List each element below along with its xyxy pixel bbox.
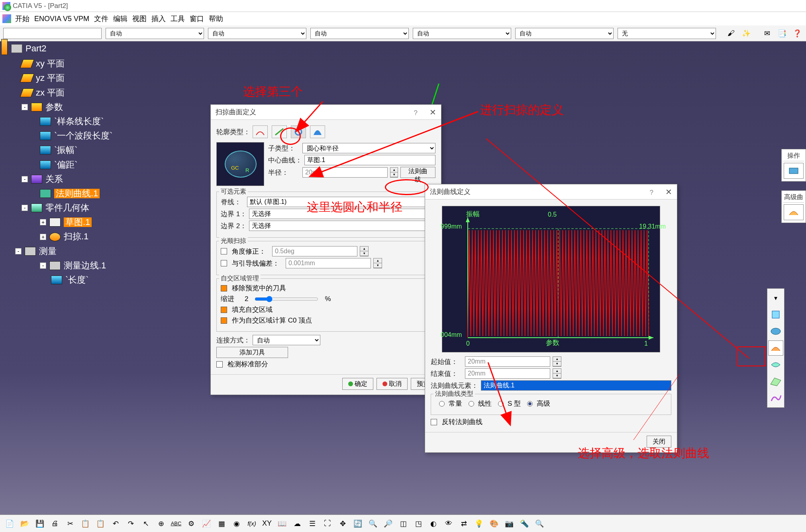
tree-wave-len[interactable]: `一个波段长度` xyxy=(40,131,113,141)
book-icon[interactable]: 📖 xyxy=(277,518,288,529)
close-icon[interactable]: ✕ xyxy=(665,188,672,196)
tree-params[interactable]: -参数 xyxy=(22,102,113,112)
fx-icon[interactable]: f(x) xyxy=(246,518,257,529)
radio-stype[interactable] xyxy=(498,401,504,407)
profile-type-line[interactable] xyxy=(272,125,287,138)
views-icon[interactable]: ◳ xyxy=(413,518,424,529)
gears-icon[interactable]: ⚙ xyxy=(186,518,197,529)
bound1-input[interactable] xyxy=(249,209,431,219)
spec-tree[interactable]: Part2 xy 平面 yz 平面 zx 平面 -参数 `样条线长度` `一个波… xyxy=(11,44,113,289)
collapse-icon[interactable]: - xyxy=(22,176,28,182)
grid-icon[interactable]: ▦ xyxy=(216,518,227,529)
xy-icon[interactable]: XY xyxy=(261,518,273,529)
ok-button[interactable]: 确定 xyxy=(342,378,373,390)
toolbar-select-auto5[interactable]: 自动 xyxy=(515,28,614,39)
help-icon[interactable]: ❓ xyxy=(792,29,803,38)
collapse-icon[interactable]: - xyxy=(40,262,46,269)
detect-std-checkbox[interactable] xyxy=(216,361,223,368)
rotate-icon[interactable]: 🔄 xyxy=(352,518,363,529)
toolbar-select-none[interactable]: 无 xyxy=(618,28,716,39)
redo-icon[interactable]: ↷ xyxy=(125,518,136,529)
collapse-icon[interactable]: - xyxy=(15,248,22,254)
tree-meas-edge[interactable]: -测量边线.1 xyxy=(40,261,113,270)
shrink-slider[interactable] xyxy=(255,296,318,302)
wand-icon[interactable]: ✨ xyxy=(741,29,752,38)
loft-icon[interactable] xyxy=(768,374,783,389)
law-elem-input[interactable] xyxy=(481,380,671,391)
connect-select[interactable]: 自动 xyxy=(253,335,320,345)
tree-amp[interactable]: `振幅` xyxy=(40,145,113,155)
zoomin-icon[interactable]: 🔍 xyxy=(367,518,378,529)
paste-icon[interactable]: 📋 xyxy=(95,518,106,529)
graph-icon[interactable]: 📈 xyxy=(201,518,212,529)
node-icon[interactable]: ◉ xyxy=(231,518,242,529)
profile-type-explicit[interactable] xyxy=(253,125,268,138)
normal-icon[interactable]: ◫ xyxy=(398,518,409,529)
advcurve-icon[interactable] xyxy=(784,204,804,220)
hide-icon[interactable]: 👁 xyxy=(443,518,454,529)
extrude-icon[interactable] xyxy=(768,307,783,322)
pan-icon[interactable]: ✥ xyxy=(337,518,348,529)
tree-spline-len[interactable]: `样条线长度` xyxy=(40,117,113,126)
radio-const[interactable] xyxy=(439,401,445,407)
swap-icon[interactable]: ⇄ xyxy=(458,518,469,529)
brush-icon[interactable]: 🖌 xyxy=(726,29,737,38)
tree-xy-plane[interactable]: xy 平面 xyxy=(22,59,113,68)
angle-corr-input[interactable] xyxy=(272,246,357,256)
cut-icon[interactable]: ✂ xyxy=(65,518,76,529)
shading-icon[interactable]: 🎨 xyxy=(488,518,500,529)
tree-relations[interactable]: -关系 xyxy=(22,174,113,184)
profile-type-conic[interactable] xyxy=(310,125,325,138)
menu-enovia[interactable]: ENOVIA V5 VPM xyxy=(34,15,89,23)
spine-input[interactable] xyxy=(247,197,431,207)
bulb-icon[interactable]: 💡 xyxy=(473,518,484,529)
law-dialog-titlebar[interactable]: 法则曲线定义 ?✕ xyxy=(425,184,677,200)
fill-icon[interactable] xyxy=(768,357,783,372)
compute-c0-checkbox[interactable] xyxy=(221,317,227,324)
undo-icon[interactable]: ↶ xyxy=(110,518,121,529)
profile-type-circle[interactable] xyxy=(291,125,306,138)
copy-icon[interactable]: 📋 xyxy=(80,518,91,529)
sweep-tool-icon[interactable] xyxy=(768,340,783,356)
radius-input[interactable] xyxy=(302,167,388,178)
toolbar-select-auto2[interactable]: 自动 xyxy=(208,28,306,39)
close-button[interactable]: 关闭 xyxy=(647,436,671,448)
tree-measure[interactable]: -测量 xyxy=(15,246,113,256)
revolve-icon[interactable] xyxy=(768,324,783,339)
save-icon[interactable]: 💾 xyxy=(34,518,45,529)
select-icon[interactable]: ↖ xyxy=(140,518,151,529)
cancel-button[interactable]: 取消 xyxy=(377,378,408,390)
guide-dev-checkbox[interactable] xyxy=(221,260,227,266)
radius-spinner[interactable]: ▴▾ xyxy=(390,167,398,178)
magnify-icon[interactable]: 🔍 xyxy=(534,518,545,529)
camera-icon[interactable]: 📷 xyxy=(504,518,515,529)
reverse-checkbox[interactable] xyxy=(431,419,437,425)
menu-help[interactable]: 帮助 xyxy=(209,14,223,23)
tree-law[interactable]: 法则曲线.1 xyxy=(40,189,113,198)
menu-edit[interactable]: 编辑 xyxy=(113,14,127,23)
fit-icon[interactable]: ⛶ xyxy=(322,518,333,529)
tree-offset[interactable]: `偏距` xyxy=(40,160,113,170)
center-icon[interactable]: ⊕ xyxy=(155,518,167,529)
toolbar-input-1[interactable] xyxy=(3,28,102,39)
menu-tools[interactable]: 工具 xyxy=(171,14,185,23)
fill-self-checkbox[interactable] xyxy=(221,307,227,313)
close-icon[interactable]: ✕ xyxy=(429,108,436,117)
tree-sweep[interactable]: +扫掠.1 xyxy=(40,232,113,241)
subtype-select[interactable]: 圆心和半径 xyxy=(302,143,435,153)
guide-dev-input[interactable] xyxy=(286,258,371,268)
left-tool-strip[interactable] xyxy=(1,39,8,55)
tree-root[interactable]: Part2 xyxy=(11,44,113,53)
tree-sketch[interactable]: +草图.1 xyxy=(40,217,113,227)
toolbar-select-auto1[interactable]: 自动 xyxy=(106,28,204,39)
toolbar-select-auto3[interactable]: 自动 xyxy=(310,28,409,39)
open-icon[interactable]: 📂 xyxy=(19,518,30,529)
menu-file[interactable]: 文件 xyxy=(94,14,108,23)
compass-icon[interactable] xyxy=(4,4,11,11)
end-input[interactable] xyxy=(465,368,550,379)
layers-icon[interactable]: 📑 xyxy=(777,29,788,38)
radio-advanced[interactable] xyxy=(527,401,533,407)
tree-zx-plane[interactable]: zx 平面 xyxy=(22,88,113,98)
help-icon[interactable]: ? xyxy=(414,109,418,117)
start-input[interactable] xyxy=(465,356,550,367)
